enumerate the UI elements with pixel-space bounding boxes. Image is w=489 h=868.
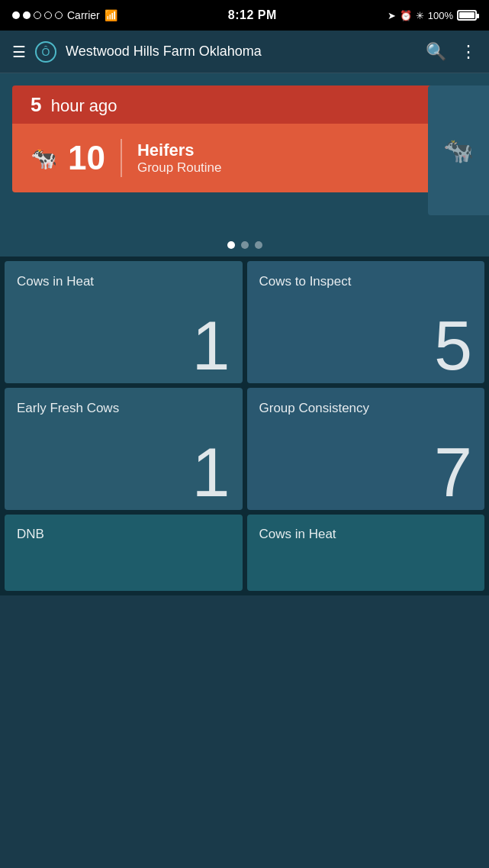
- tile-dnb[interactable]: DNB: [5, 515, 243, 591]
- bluetooth-icon: ✳: [416, 10, 424, 21]
- carousel-dot-1[interactable]: [227, 241, 235, 249]
- carousel-track: 5 hour ago 🐄 10 Heifers Group Routine: [0, 73, 489, 234]
- alert-time: 5 hour ago: [31, 93, 117, 117]
- location-icon: ➤: [388, 10, 396, 21]
- alert-header: 5 hour ago: [12, 86, 477, 124]
- tile-cows-to-inspect-value: 5: [434, 311, 472, 380]
- carousel-dot-3[interactable]: [255, 241, 262, 249]
- status-bar: Carrier 📶 8:12 PM ➤ ⏰ ✳ 100%: [0, 0, 489, 31]
- nav-bar: ☰ Ô Westwood Hills Farm Oklahoma 🔍 ⋮: [0, 31, 489, 73]
- carrier-label: Carrier: [67, 9, 100, 21]
- signal-dots: [12, 11, 63, 19]
- alert-info: Heifers Group Routine: [137, 140, 222, 176]
- tile-early-fresh-cows[interactable]: Early Fresh Cows 1: [5, 388, 243, 510]
- tile-cows-to-inspect[interactable]: Cows to Inspect 5: [247, 261, 485, 383]
- time-display: 8:12 PM: [228, 8, 277, 22]
- tile-group-consistency[interactable]: Group Consistency 7: [247, 388, 485, 510]
- alert-time-unit: hour ago: [51, 96, 117, 115]
- tile-early-fresh-cows-value: 1: [191, 438, 230, 507]
- alert-time-value: 5: [31, 93, 41, 116]
- alert-group-title: Heifers: [137, 140, 222, 160]
- tile-cows-in-heat[interactable]: Cows in Heat 1: [5, 261, 243, 383]
- alert-count-section: 🐄 10: [31, 139, 122, 177]
- nav-title: Westwood Hills Farm Oklahoma: [66, 44, 426, 60]
- tile-cows-to-inspect-title: Cows to Inspect: [259, 273, 473, 290]
- thumb-cow-icon: 🐄: [443, 136, 474, 165]
- tile-cows-heat-bottom[interactable]: Cows in Heat: [247, 515, 485, 591]
- alarm-icon: ⏰: [400, 10, 412, 21]
- carousel-area: 5 hour ago 🐄 10 Heifers Group Routine 🐄: [0, 73, 489, 234]
- tile-cows-heat-bottom-title: Cows in Heat: [259, 527, 336, 541]
- status-right: ➤ ⏰ ✳ 100%: [388, 10, 477, 21]
- tile-group-consistency-title: Group Consistency: [259, 400, 473, 417]
- more-options-icon[interactable]: ⋮: [460, 42, 477, 62]
- nav-icons: 🔍 ⋮: [426, 42, 477, 62]
- carousel-dots: [0, 234, 489, 257]
- status-left: Carrier 📶: [12, 9, 117, 21]
- logo-letter: Ô: [42, 46, 50, 58]
- alert-group-subtitle: Group Routine: [137, 160, 222, 176]
- carousel-card-1[interactable]: 5 hour ago 🐄 10 Heifers Group Routine: [0, 73, 489, 234]
- search-icon[interactable]: 🔍: [426, 42, 446, 62]
- tile-dnb-title: DNB: [17, 527, 44, 541]
- carousel-thumbnail: 🐄: [428, 86, 489, 215]
- alert-body: 🐄 10 Heifers Group Routine: [12, 124, 477, 192]
- carousel-dot-2[interactable]: [241, 241, 249, 249]
- app-logo: Ô: [35, 41, 56, 63]
- tile-cows-in-heat-value: 1: [191, 311, 230, 380]
- battery-icon: [457, 10, 477, 21]
- tiles-grid: Cows in Heat 1 Cows to Inspect 5 Early F…: [0, 257, 489, 515]
- tile-cows-in-heat-title: Cows in Heat: [17, 273, 230, 290]
- battery-label: 100%: [428, 10, 453, 21]
- bottom-tiles: DNB Cows in Heat: [0, 515, 489, 595]
- wifi-icon: 📶: [105, 9, 117, 21]
- tile-early-fresh-cows-title: Early Fresh Cows: [17, 400, 230, 417]
- tile-group-consistency-value: 7: [434, 438, 472, 507]
- alert-count: 10: [68, 139, 105, 177]
- cow-icon: 🐄: [31, 146, 57, 171]
- menu-icon[interactable]: ☰: [12, 43, 26, 61]
